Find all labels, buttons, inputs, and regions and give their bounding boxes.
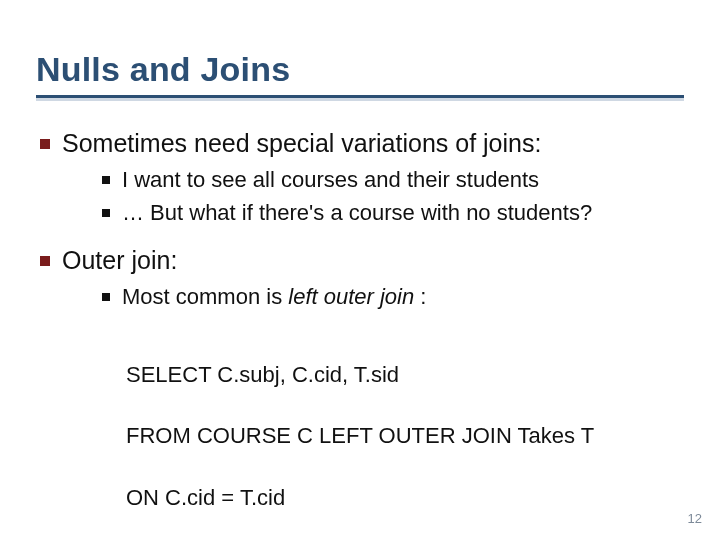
bullet-1: Sometimes need special variations of joi… xyxy=(36,127,684,228)
bullet-2a-post: : xyxy=(414,284,426,309)
code-line-2: FROM COURSE C LEFT OUTER JOIN Takes T xyxy=(126,421,684,452)
bullet-2a-pre: Most common is xyxy=(122,284,288,309)
bullet-1b: … But what if there's a course with no s… xyxy=(62,198,684,229)
bullet-2: Outer join: Most common is left outer jo… xyxy=(36,244,684,540)
code-line-3: ON C.cid = T.cid xyxy=(126,483,684,514)
bullet-1-sublist: I want to see all courses and their stud… xyxy=(62,165,684,229)
bullet-2a: Most common is left outer join : xyxy=(62,282,684,313)
bullet-2a-em: left outer join xyxy=(288,284,414,309)
bullet-2-text: Outer join: xyxy=(62,246,177,274)
sql-code-block: SELECT C.subj, C.cid, T.sid FROM COURSE … xyxy=(126,329,684,540)
bullet-list: Sometimes need special variations of joi… xyxy=(36,127,684,540)
bullet-2-sublist: Most common is left outer join : xyxy=(62,282,684,313)
title-rule xyxy=(36,95,684,101)
page-number: 12 xyxy=(688,511,702,526)
slide-title: Nulls and Joins xyxy=(36,50,684,89)
bullet-1a: I want to see all courses and their stud… xyxy=(62,165,684,196)
bullet-1-text: Sometimes need special variations of joi… xyxy=(62,129,541,157)
code-line-1: SELECT C.subj, C.cid, T.sid xyxy=(126,360,684,391)
slide: Nulls and Joins Sometimes need special v… xyxy=(0,0,720,540)
